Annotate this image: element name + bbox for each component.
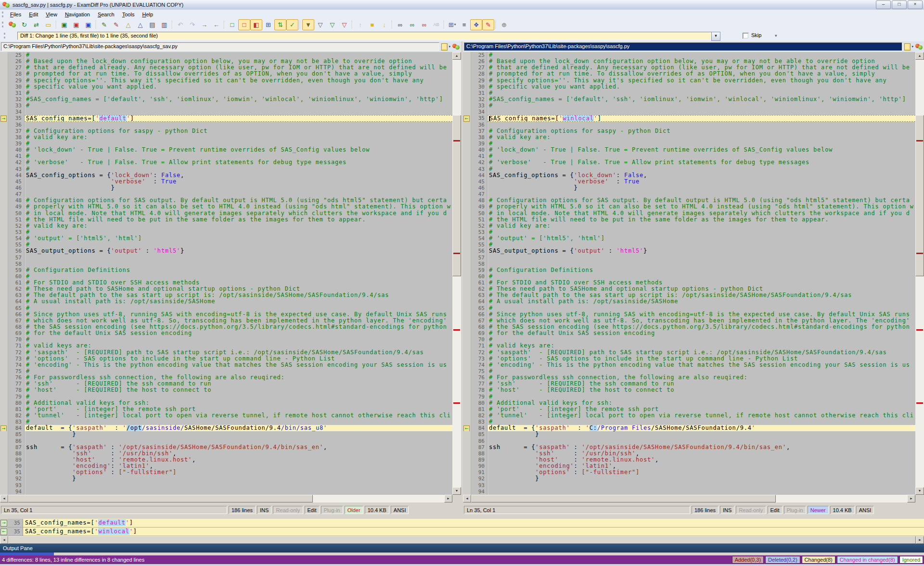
menu-item-help[interactable]: Help [138, 11, 157, 18]
menu-item-tools[interactable]: Tools [118, 11, 139, 18]
show-blocks-button[interactable]: ⊞ [262, 19, 274, 30]
file-path-second[interactable]: C:\Program Files\Python\Python37\Lib\sit… [464, 42, 902, 51]
scroll-thumb[interactable] [471, 495, 776, 502]
copy-path-icon[interactable] [441, 43, 448, 51]
scroll-down-icon[interactable]: ▼ [452, 487, 461, 495]
code-editor-first[interactable]: 25#26# Based upon the lock_down configur… [0, 52, 452, 495]
open-files-button[interactable]: ▭ [42, 19, 54, 30]
diff-mark[interactable] [916, 140, 923, 142]
diff-mark[interactable] [916, 253, 923, 254]
show-moved-button[interactable]: ◧ [250, 19, 262, 30]
next-difference-button[interactable]: → [198, 19, 210, 30]
scroll-right-icon[interactable]: ► [444, 495, 452, 502]
scroll-left-icon[interactable]: ◄ [0, 536, 8, 544]
find-next-button[interactable]: ∞ [406, 19, 418, 30]
diff-marker-left-icon[interactable]: ← [463, 425, 470, 432]
scroll-track[interactable] [915, 60, 924, 487]
auto-recompare-button[interactable]: ✓ [286, 19, 298, 30]
save-second-button[interactable]: ▣ [70, 19, 82, 30]
swap-panes-button[interactable]: ⇄ [30, 19, 42, 30]
code-editor-second[interactable]: 25#26# Based upon the lock_down configur… [463, 52, 915, 495]
diff-marker-right-icon[interactable]: → [0, 116, 7, 122]
diff-mark[interactable] [453, 402, 460, 404]
path-dropdown-icon[interactable]: ▾ [449, 45, 450, 49]
current-change-button[interactable]: ■ [366, 19, 378, 30]
minimize-button[interactable]: – [876, 0, 891, 9]
menu-item-edit[interactable]: Edit [25, 11, 42, 18]
save-first-button[interactable]: ▣ [58, 19, 70, 30]
filter-added-button[interactable]: ▽ [314, 19, 326, 30]
scroll-left-icon[interactable]: ◄ [463, 495, 471, 502]
skip-checkbox[interactable] [743, 33, 749, 39]
match-case-button[interactable]: AB [430, 19, 442, 30]
diff-mark[interactable] [916, 402, 923, 404]
edit-second-button[interactable]: ✎ [110, 19, 122, 30]
diff-mark[interactable] [916, 329, 923, 331]
scroll-right-icon[interactable]: ► [907, 495, 915, 502]
examdiff-file-icon[interactable] [915, 43, 923, 50]
menu-item-files[interactable]: Files [6, 11, 25, 18]
settings-button[interactable]: ⊕ [498, 19, 510, 30]
diff-detail-row[interactable]: ←35SAS_config_names=['winlocal'] [0, 527, 924, 536]
previous-change-button[interactable]: ↑ [354, 19, 366, 30]
scroll-track[interactable] [452, 60, 461, 487]
previous-difference-button[interactable]: ← [210, 19, 222, 30]
recompare-first-button[interactable]: △ [122, 19, 134, 30]
toolbar-overflow-icon[interactable]: ▾ [775, 33, 777, 38]
show-identical-button[interactable]: □ [226, 19, 238, 30]
diff-mark[interactable] [453, 140, 460, 142]
word-wrap-button[interactable]: ≡ [458, 19, 470, 30]
path-dropdown-icon[interactable]: ▾ [911, 45, 913, 49]
diff-marker-left-icon[interactable]: ← [463, 116, 470, 122]
compare-button[interactable] [6, 19, 18, 30]
plugins-button[interactable]: ❖ [470, 19, 482, 30]
horizontal-scrollbar-second[interactable]: ◄ ► [463, 495, 915, 502]
menu-item-view[interactable]: View [42, 11, 61, 18]
vertical-scrollbar-second[interactable]: ▲ ▼ [915, 52, 924, 495]
save-all-button[interactable]: ▣ [82, 19, 94, 30]
diff-combo-dropdown-icon[interactable]: ▼ [711, 32, 720, 41]
scroll-up-icon[interactable]: ▲ [452, 52, 461, 60]
scroll-right-icon[interactable]: ► [916, 536, 924, 544]
examdiff-file-icon[interactable] [452, 43, 460, 50]
undo-button[interactable]: ↶ [174, 19, 186, 30]
diff-mark[interactable] [453, 329, 460, 331]
menu-item-search[interactable]: Search [94, 11, 118, 18]
horizontal-scrollbar-first[interactable]: ◄ ► [0, 495, 452, 502]
toolbar-grip[interactable] [2, 22, 3, 27]
view-options-button[interactable]: ⊞▾ [446, 19, 458, 30]
horizontal-scrollbar-bottom[interactable]: ◄ ► [0, 536, 924, 544]
color-options-button[interactable]: ✎ [482, 19, 494, 30]
file-path-first[interactable]: C:\Program Files\Python\Python37\Lib\sit… [1, 42, 439, 51]
scroll-left-icon[interactable]: ◄ [0, 495, 8, 502]
redo-button[interactable]: ↷ [186, 19, 198, 30]
scroll-up-icon[interactable]: ▲ [915, 52, 924, 60]
filter-changed-button[interactable]: ▽ [338, 19, 350, 30]
scroll-thumb[interactable] [452, 115, 461, 276]
menu-item-navigation[interactable]: Navigation [61, 11, 94, 18]
vertical-scrollbar-first[interactable]: ▲ ▼ [452, 52, 461, 495]
filter-all-button[interactable]: ▼ [302, 19, 314, 30]
next-change-button[interactable]: ↓ [378, 19, 390, 30]
scroll-thumb[interactable] [915, 115, 924, 276]
diff-detail-row[interactable]: →35SAS_config_names=['default'] [0, 519, 924, 527]
show-different-button[interactable]: □ [238, 19, 250, 30]
diff-mark[interactable] [453, 253, 460, 254]
recompare-second-button[interactable]: △ [134, 19, 146, 30]
diff-marker-right-icon[interactable]: → [0, 425, 7, 432]
filter-deleted-button[interactable]: ▽ [326, 19, 338, 30]
synchronize-scrolling-button[interactable]: ⇅ [274, 19, 286, 30]
print-button[interactable]: ▤ [146, 19, 158, 30]
find-previous-button[interactable]: ∞ [418, 19, 430, 30]
scroll-thumb[interactable] [8, 495, 313, 502]
current-diff-combo[interactable]: Diff 1: Change 1 line (35, first file) t… [17, 32, 714, 40]
find-button[interactable]: ∞ [394, 19, 406, 30]
maximize-button[interactable]: □ [892, 0, 907, 9]
copy-path-icon[interactable] [904, 43, 911, 51]
scroll-down-icon[interactable]: ▼ [915, 487, 924, 495]
toolbar-grip[interactable] [4, 33, 5, 39]
refresh-button[interactable]: ↻ [18, 19, 30, 30]
print-preview-button[interactable]: ▥ [158, 19, 170, 30]
toolbar-grip[interactable] [2, 12, 3, 17]
close-button[interactable]: × [908, 0, 923, 9]
